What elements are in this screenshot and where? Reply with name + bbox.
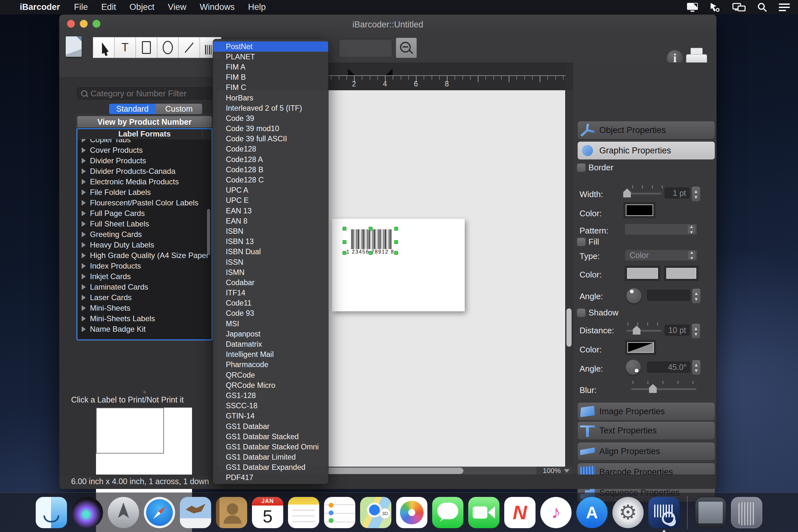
barcode-type-menu-item[interactable]: Code 93 [213, 308, 328, 319]
dock-app-icon[interactable] [695, 497, 726, 528]
shadow-distance-slider-thumb[interactable] [633, 326, 641, 335]
barcode-object[interactable]: 1 23456 78912 8 [344, 227, 396, 256]
shadow-color-well[interactable] [625, 340, 656, 355]
list-item[interactable]: Cover Products [77, 145, 211, 155]
disclosure-triangle-icon[interactable] [82, 305, 86, 311]
list-scrollbar[interactable] [207, 209, 210, 255]
barcode-type-menu-item[interactable]: Code 39 full ASCII [213, 134, 328, 144]
barcode-type-menu-item[interactable]: ISBN 13 [213, 237, 328, 247]
fill-angle-field[interactable] [647, 290, 690, 301]
barcode-type-menu-item[interactable]: FIM B [213, 72, 328, 82]
barcode-type-menu-item[interactable]: GS1 Databar Limited [213, 452, 328, 462]
image-properties-button[interactable]: Image Properties [577, 402, 715, 421]
text-tool-button[interactable]: T [114, 37, 136, 58]
preview-label-rect[interactable] [96, 407, 164, 454]
dock-app-icon[interactable] [396, 497, 428, 528]
barcode-type-menu-item[interactable]: GS1 Databar [213, 421, 328, 432]
barcode-type-menu-item[interactable]: Code 39 [213, 113, 328, 124]
dock-app-icon[interactable] [360, 497, 391, 528]
disclosure-triangle-icon[interactable] [82, 295, 86, 301]
shadow-angle-field[interactable]: 45.0° [647, 362, 690, 373]
search-input[interactable]: Category or Number Filter [77, 88, 213, 99]
shadow-blur-slider[interactable] [631, 388, 697, 390]
list-header[interactable]: Label Formats [77, 129, 211, 139]
barcode-type-menu-item[interactable]: EAN 13 [213, 206, 328, 216]
disclosure-triangle-icon[interactable] [82, 189, 86, 195]
dock-app-icon[interactable] [687, 496, 688, 529]
fill-color-well-2[interactable] [664, 266, 699, 281]
list-item[interactable]: Copier Tabs [77, 139, 211, 145]
displays-icon[interactable] [732, 2, 746, 13]
dock-app-icon[interactable]: JAN 5 [252, 497, 283, 528]
dock-app-icon[interactable] [504, 497, 535, 528]
dock-app-icon[interactable] [144, 497, 175, 528]
barcode-type-menu-item[interactable]: Code 39 mod10 [213, 124, 328, 134]
selection-handle[interactable] [394, 240, 398, 244]
border-color-well[interactable] [624, 202, 656, 218]
barcode-type-menu-item[interactable]: Code128 A [213, 154, 328, 165]
screen-share-icon[interactable] [686, 2, 699, 13]
disclosure-triangle-icon[interactable] [82, 274, 86, 279]
align-properties-button[interactable]: Align Properties [577, 442, 715, 460]
disclosure-triangle-icon[interactable] [82, 200, 86, 206]
disclosure-triangle-icon[interactable] [82, 139, 86, 142]
shadow-angle-knob[interactable] [626, 360, 641, 375]
barcode-type-menu-item[interactable]: GS1-128 [213, 391, 328, 401]
barcode-type-menu-item[interactable]: SSCC-18 [213, 401, 328, 411]
disclosure-triangle-icon[interactable] [82, 179, 86, 185]
zoom-level-control[interactable]: 100% [537, 467, 573, 475]
view-by-product-number-button[interactable]: View by Product Number [77, 116, 212, 128]
shadow-angle-stepper[interactable]: ▲▼ [692, 360, 701, 375]
barcode-type-menu-item[interactable]: UPC A [213, 185, 328, 195]
barcode-type-menu-item[interactable]: HorBars [213, 93, 328, 103]
dock-app-icon[interactable] [180, 497, 211, 528]
tab-custom[interactable]: Custom [156, 104, 202, 114]
titlebar[interactable]: iBarcoder::Untitled [59, 15, 716, 35]
border-width-field[interactable]: 1 pt [665, 188, 689, 198]
barcode-type-menu-item[interactable]: PDF417 [213, 473, 328, 483]
list-item[interactable]: Electronic Media Products [77, 176, 211, 187]
list-item[interactable]: Full Page Cards [77, 208, 211, 218]
fill-type-dropdown[interactable]: Color ▲▼ [625, 249, 698, 261]
dock-app-icon[interactable] [216, 497, 247, 528]
list-item[interactable]: Laser Cards [77, 292, 211, 303]
disclosure-triangle-icon[interactable] [82, 263, 86, 269]
barcode-type-menu-item[interactable]: Japanpost [213, 329, 328, 339]
disclosure-triangle-icon[interactable] [82, 158, 86, 164]
list-item[interactable]: Mini-Sheets Labels [77, 313, 211, 324]
barcode-type-menu-item[interactable]: Code128 [213, 144, 328, 154]
barcode-type-menu-item[interactable]: GS1 Databar Stacked [213, 432, 328, 442]
disclosure-triangle-icon[interactable] [82, 221, 86, 227]
border-width-slider-thumb[interactable] [623, 189, 631, 197]
fill-color-well-1[interactable] [625, 266, 660, 281]
barcode-type-menu-item[interactable]: Code128 C [213, 175, 328, 185]
barcode-type-menu-item[interactable]: ISBN [213, 226, 328, 236]
shadow-distance-field[interactable]: 10 pt [665, 325, 689, 336]
shadow-distance-stepper[interactable]: ▲▼ [691, 323, 700, 339]
barcode-type-menu-item[interactable]: Pharmacode [213, 360, 328, 370]
list-item[interactable]: File Folder Labels [77, 187, 211, 197]
shadow-checkbox[interactable] [577, 308, 586, 317]
list-item[interactable]: Heavy Duty Labels [77, 240, 211, 250]
new-document-icon[interactable] [66, 36, 82, 57]
barcode-type-menu-item[interactable]: ISBN Dual [213, 247, 328, 257]
disclosure-triangle-icon[interactable] [82, 284, 86, 290]
list-item[interactable]: Index Products [77, 261, 211, 271]
selection-handle[interactable] [343, 251, 346, 255]
disclosure-triangle-icon[interactable] [82, 168, 86, 174]
dock-app-icon[interactable] [36, 497, 67, 528]
barcode-type-menu-item[interactable]: QRCode [213, 370, 328, 380]
disclosure-triangle-icon[interactable] [82, 253, 86, 258]
selection-handle[interactable] [369, 251, 373, 255]
remote-pointer-icon[interactable] [709, 2, 721, 13]
barcode-type-menu-item[interactable]: Codabar [213, 278, 328, 288]
disclosure-triangle-icon[interactable] [82, 242, 86, 248]
search-icon[interactable] [757, 2, 767, 13]
barcode-type-menu-item[interactable]: FIM A [213, 62, 328, 72]
barcode-type-menu-item[interactable]: PLANET [213, 52, 328, 62]
barcode-type-menu-item[interactable]: ISSN [213, 257, 328, 267]
list-icon[interactable] [778, 3, 790, 12]
oval-tool-button[interactable] [157, 37, 178, 58]
selection-handle[interactable] [343, 240, 346, 244]
selection-handle[interactable] [394, 227, 398, 231]
